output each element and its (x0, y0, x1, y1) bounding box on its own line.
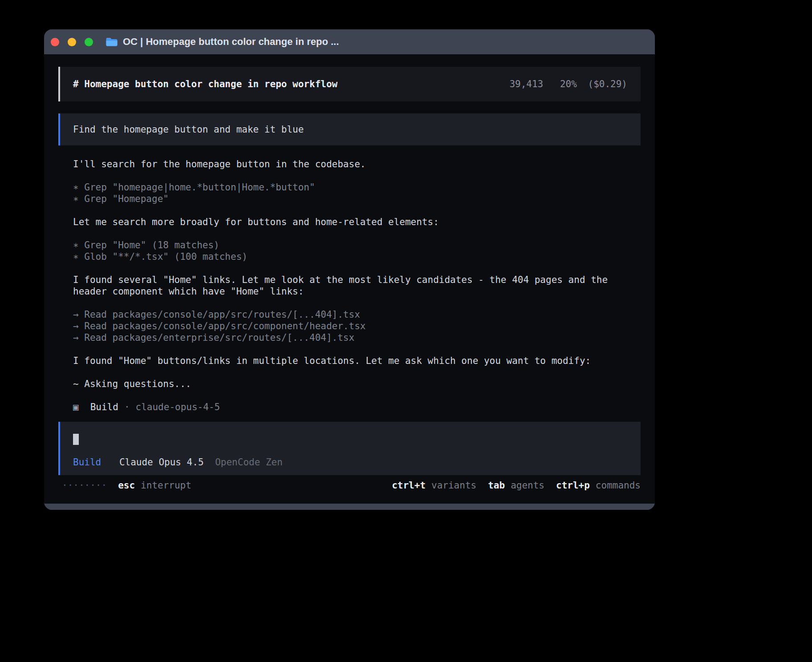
session-metrics: 39,413 20% ($0.29) (509, 78, 627, 90)
hint-interrupt: escinterrupt (118, 480, 191, 491)
tool-call: ∗ Glob "**/*.tsx" (100 matches) (73, 251, 641, 262)
session-header: # Homepage button color change in repo w… (58, 67, 641, 101)
model-provider-label: OpenCode Zen (215, 457, 283, 468)
context-percent: 20% (560, 79, 577, 89)
model-line: Build Claude Opus 4.5 OpenCode Zen (73, 456, 628, 468)
prompt-line[interactable] (73, 434, 628, 445)
tool-call: → Read packages/console/app/src/routes/[… (73, 309, 641, 320)
tool-call-group: → Read packages/console/app/src/routes/[… (73, 309, 641, 343)
tool-call-group: ∗ Grep "homepage|home.*button|Home.*butt… (73, 182, 641, 205)
terminal-window: OC | Homepage button color change in rep… (44, 29, 655, 510)
working-status: ~ Asking questions... (73, 378, 641, 390)
tool-call-group: ∗ Grep "Home" (18 matches) ∗ Glob "**/*.… (73, 239, 641, 262)
agent-icon: ▣ (73, 401, 79, 413)
agent-status-line: ▣ Build · claude-opus-4-5 (73, 401, 641, 413)
tab-key-label: tab (488, 480, 505, 491)
tool-call: ∗ Grep "Homepage" (73, 193, 641, 205)
close-button[interactable] (51, 38, 59, 46)
assistant-message: I found "Home" buttons/links in multiple… (73, 355, 641, 367)
assistant-message: Let me search more broadly for buttons a… (73, 216, 641, 228)
ctrl-t-key-label: ctrl+t (392, 480, 426, 491)
hint-commands: ctrl+pcommands (556, 480, 641, 491)
tool-call: → Read packages/console/app/src/componen… (73, 320, 641, 332)
tool-call: → Read packages/enterprise/src/routes/[.… (73, 332, 641, 343)
active-model-label[interactable]: Claude Opus 4.5 (119, 457, 204, 468)
session-title: # Homepage button color change in repo w… (73, 78, 337, 90)
token-count: 39,413 (509, 79, 543, 89)
progress-spinner-dots: ········ (62, 480, 107, 491)
window-bottom-edge (44, 504, 655, 510)
titlebar: OC | Homepage button color change in rep… (44, 29, 655, 54)
hint-agents: tabagents (488, 480, 544, 491)
tool-call: ∗ Grep "Home" (18 matches) (73, 239, 641, 251)
assistant-message: I found several "Home" links. Let me loo… (73, 274, 641, 297)
hint-variants: ctrl+tvariants (392, 480, 476, 491)
agent-name: Build (90, 401, 118, 413)
session-cost: ($0.29) (588, 79, 627, 89)
user-message: Find the homepage button and make it blu… (58, 113, 641, 145)
active-agent-label[interactable]: Build (73, 457, 101, 468)
terminal-content: # Homepage button color change in repo w… (44, 54, 655, 504)
agent-model: claude-opus-4-5 (136, 401, 220, 413)
folder-icon (106, 37, 118, 47)
traffic-lights (51, 38, 93, 46)
user-message-text: Find the homepage button and make it blu… (73, 124, 304, 135)
window-title: OC | Homepage button color change in rep… (123, 36, 339, 48)
prompt-input[interactable]: Build Claude Opus 4.5 OpenCode Zen (58, 422, 641, 475)
esc-key-label: esc (118, 480, 135, 491)
ctrl-p-key-label: ctrl+p (556, 480, 590, 491)
tool-call: ∗ Grep "homepage|home.*button|Home.*butt… (73, 182, 641, 193)
minimize-button[interactable] (68, 38, 76, 46)
statusbar: ········ escinterrupt ctrl+tvariants tab… (58, 480, 641, 491)
text-cursor (73, 434, 79, 445)
zoom-button[interactable] (85, 38, 93, 46)
statusbar-right: ctrl+tvariants tabagents ctrl+pcommands (392, 480, 641, 491)
separator-dot: · (124, 401, 130, 413)
assistant-message: I'll search for the homepage button in t… (73, 158, 641, 170)
transcript: I'll search for the homepage button in t… (58, 145, 641, 413)
